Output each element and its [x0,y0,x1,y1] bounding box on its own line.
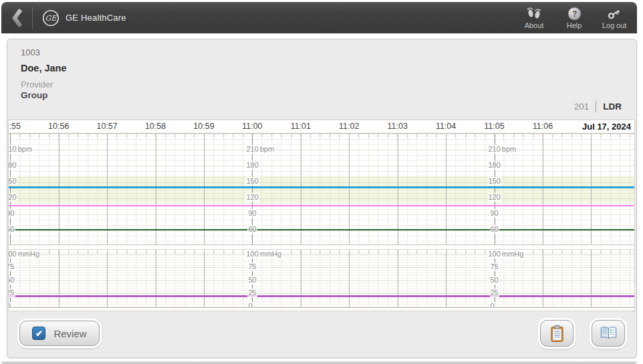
unit-code: LDR [603,102,622,112]
ua-trace [9,295,634,297]
logbook-button[interactable] [592,320,625,347]
scale-tick [252,156,253,160]
scale-label: 90 [9,209,15,218]
fhr-trace [9,186,634,188]
scale-tick [252,140,253,144]
scale-label: 180 [488,161,501,170]
scale-label: 25 [490,289,499,297]
notes-button[interactable] [540,320,573,347]
minute-gridline [204,250,205,307]
scale-tick [10,236,11,240]
scale-label: 0 [9,302,11,308]
minute-gridline [59,134,59,244]
scale-label: 150 [488,177,501,186]
minute-gridline [301,134,301,244]
logout-label: Log out [602,21,627,29]
location-divider [596,101,596,112]
strip-chart-panel: Jul 17, 2024 10:5510:5610:5710:5810:5911… [8,120,635,311]
minute-gridline [156,250,156,307]
logout-button[interactable]: Log out [600,6,629,29]
minute-gridline [446,134,446,244]
about-button[interactable]: About [519,6,549,29]
time-label: 10:59 [193,122,214,131]
scale-label: 60 [247,225,257,234]
help-icon: ? [567,6,582,21]
header-divider [32,7,33,29]
scale-tick [252,220,253,224]
time-axis: Jul 17, 2024 10:5510:5610:5710:5810:5911… [9,120,634,133]
scale-tick [495,172,495,176]
scale-label: 120 [245,193,259,202]
scale-tick [495,140,495,144]
scale-label: 210bpm [245,145,275,154]
key-icon [606,6,622,21]
scale-label: 120 [488,193,501,202]
normal-range-band [9,176,634,203]
toco-chart: 100mmHg7550250100mmHg7550250100mmHg75502… [9,249,634,308]
fhr2-trace [9,229,634,230]
minute-gridline [543,250,543,307]
time-label: 11:02 [339,122,359,131]
fhr-chart: 210bpm1801501209060210bpm180150120906021… [9,133,634,245]
provider-label: Provider [21,79,53,89]
scale-label: 180 [9,161,17,170]
scale-tick [252,172,253,176]
scale-label: 60 [9,225,15,234]
scale-label: 25 [247,289,257,297]
scale-label: 0 [247,302,253,308]
footprints-icon [525,6,543,21]
time-label: 10:57 [96,122,117,131]
scale-label: 100mmHg [488,250,525,258]
time-label: 11:06 [533,122,553,131]
time-label: 11:01 [291,122,311,131]
minute-gridline [349,134,350,244]
review-button-label: Review [53,328,86,339]
location-info: 201 LDR [574,101,622,112]
time-label: 10:56 [48,122,69,131]
minute-gridline [107,134,108,244]
subdivision-ticks [9,134,634,138]
scale-tick [10,140,11,144]
back-button[interactable] [4,5,31,31]
header-actions: About ? Help [519,6,637,29]
time-label: 11:04 [436,122,456,131]
scale-label: 210bpm [9,145,33,154]
svg-text:GE: GE [45,14,58,23]
minute-gridline [156,134,156,244]
scale-label: 75 [490,262,499,271]
time-label: 11:03 [387,122,407,131]
time-label: 11:00 [242,122,262,131]
window-bottom-edge [1,361,637,364]
about-label: About [525,21,544,29]
scale-label: 100mmHg [9,250,40,258]
scale-label: 150 [245,177,259,186]
date-label: Jul 17, 2024 [574,121,633,133]
help-button[interactable]: ? Help [559,6,589,29]
minute-gridline [398,134,398,244]
scale-label: 50 [490,276,499,285]
scale-tick [10,220,11,224]
checkbox-checked-icon[interactable]: ✔ [32,327,45,340]
minute-gridline [543,134,543,244]
minute-gridline [349,250,350,307]
scale-tick [495,156,495,160]
scale-label: 75 [9,262,15,271]
minute-gridline [107,250,108,307]
scale-label: 60 [490,225,499,234]
brand: GE GE HealthCare [42,9,126,27]
bed-number: 201 [574,102,590,112]
scale-label: 75 [247,262,257,271]
scale-tick [10,156,11,160]
patient-card: 1003 Doe, Jane Provider Group 201 LDR Ju… [7,39,637,358]
clipboard-icon [549,325,565,343]
svg-text:?: ? [571,9,577,19]
scale-tick [495,220,495,224]
minute-gridline [204,134,205,244]
review-button[interactable]: ✔ Review [19,321,100,346]
minute-gridline [398,250,398,307]
minute-gridline [591,134,592,244]
scale-label: 25 [9,289,15,297]
back-chevron-icon [10,7,25,29]
scale-label: 90 [490,209,499,218]
scale-label: 120 [9,193,17,202]
